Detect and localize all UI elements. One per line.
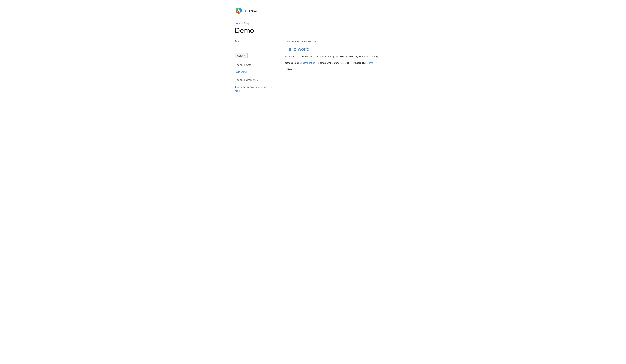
recent-posts-widget: Recent Posts Hello world!	[235, 64, 276, 73]
post-date-value: October 31, 2017	[332, 61, 351, 64]
recent-post-link[interactable]: Hello world!	[235, 71, 247, 73]
recent-comments-list: A WordPress Commenter on Hello world!	[235, 85, 276, 93]
page-wrapper: LUMA Home › Blog Demo Search Search Rece…	[229, 0, 397, 364]
page-title: Demo	[235, 26, 391, 35]
breadcrumb-current: Blog	[244, 22, 249, 25]
post-categories: Categories: Uncategorized	[285, 61, 315, 64]
recent-posts-list: Hello world!	[235, 70, 276, 73]
search-input[interactable]	[235, 47, 276, 52]
category-link[interactable]: Uncategorized	[299, 61, 315, 64]
logo-text: LUMA	[245, 9, 257, 13]
logo-wrapper: LUMA	[235, 7, 257, 15]
item-count: 1 Item	[285, 68, 391, 71]
post-title: Hello world!	[285, 46, 391, 52]
site-header: LUMA	[235, 4, 391, 19]
blog-post: Hello world! Welcome to WordPress. This …	[285, 46, 391, 64]
main-content: Just another WordPress site Hello world!…	[285, 40, 391, 71]
post-title-link[interactable]: Hello world!	[285, 46, 311, 52]
posted-on-label: Posted On:	[318, 61, 331, 64]
post-date: Posted On: October 31, 2017	[318, 61, 351, 64]
post-author: Posted By: Demo	[353, 61, 373, 64]
list-item: A WordPress Commenter on Hello world!	[235, 85, 276, 93]
breadcrumb-home-link[interactable]: Home	[235, 22, 241, 25]
luma-logo-icon	[235, 7, 243, 15]
recent-posts-widget-title: Recent Posts	[235, 64, 276, 68]
posted-by-label: Posted By:	[353, 61, 366, 64]
search-widget: Search Search	[235, 40, 276, 58]
recent-comments-widget: Recent Comments A WordPress Commenter on…	[235, 79, 276, 93]
breadcrumb: Home › Blog	[235, 22, 391, 25]
post-excerpt: Welcome to WordPress. This is your first…	[285, 54, 391, 59]
search-widget-title: Search	[235, 40, 276, 45]
comment-author: A WordPress Commenter	[235, 86, 262, 88]
categories-label: Categories:	[285, 61, 299, 64]
recent-comments-widget-title: Recent Comments	[235, 79, 276, 83]
list-item: Hello world!	[235, 70, 276, 73]
sidebar: Search Search Recent Posts Hello world! …	[235, 40, 276, 98]
post-meta: Categories: Uncategorized Posted On: Oct…	[285, 61, 391, 64]
content-layout: Search Search Recent Posts Hello world! …	[235, 40, 391, 98]
author-link[interactable]: Demo	[367, 61, 373, 64]
breadcrumb-separator: ›	[242, 22, 243, 25]
comment-on-text: on	[263, 86, 266, 88]
site-tagline: Just another WordPress site	[285, 40, 391, 43]
search-button[interactable]: Search	[235, 53, 247, 58]
